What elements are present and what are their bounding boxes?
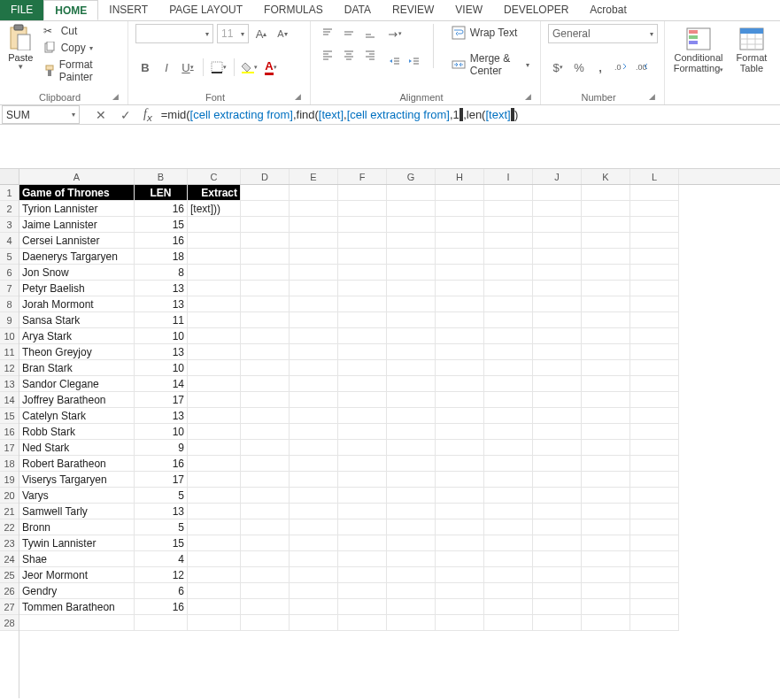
cell[interactable] [290, 599, 338, 615]
cell[interactable] [436, 488, 484, 504]
column-header-H[interactable]: H [436, 169, 484, 184]
row-header[interactable]: 1 [0, 185, 19, 201]
cell[interactable] [484, 615, 533, 631]
cell[interactable] [387, 408, 436, 424]
cell[interactable] [630, 201, 679, 217]
cell[interactable] [241, 488, 290, 504]
cell[interactable] [241, 392, 290, 408]
row-header[interactable]: 10 [0, 328, 19, 344]
cell[interactable] [290, 488, 338, 504]
cell[interactable] [338, 201, 387, 217]
cell[interactable] [484, 185, 533, 201]
cell[interactable] [582, 281, 630, 296]
cell[interactable] [241, 281, 290, 296]
cell[interactable] [630, 551, 679, 567]
cell[interactable] [290, 281, 338, 296]
cell[interactable] [188, 392, 241, 408]
cell[interactable] [484, 281, 533, 296]
cell[interactable] [630, 185, 679, 201]
cell[interactable] [582, 233, 630, 249]
cell[interactable] [582, 249, 630, 265]
cell[interactable] [188, 599, 241, 615]
cell[interactable] [387, 535, 436, 551]
cell[interactable] [533, 265, 582, 281]
decrease-decimal-button[interactable]: .00 [633, 58, 653, 77]
cell[interactable] [387, 376, 436, 392]
cell[interactable] [387, 344, 436, 360]
column-header-G[interactable]: G [387, 169, 436, 184]
cell[interactable] [188, 472, 241, 488]
cell[interactable] [484, 551, 533, 567]
row-header[interactable]: 20 [0, 488, 19, 504]
cell[interactable]: Shae [19, 551, 135, 567]
cell[interactable] [241, 583, 290, 599]
cell[interactable] [630, 567, 679, 583]
cell[interactable] [484, 201, 533, 217]
cell[interactable] [630, 504, 679, 519]
row-header[interactable]: 15 [0, 408, 19, 424]
cell[interactable] [188, 567, 241, 583]
cell[interactable] [338, 599, 387, 615]
cell[interactable] [387, 296, 436, 312]
cell[interactable] [582, 504, 630, 519]
cell[interactable] [436, 201, 484, 217]
cell[interactable] [582, 456, 630, 472]
column-header-K[interactable]: K [582, 169, 630, 184]
cell[interactable]: 17 [135, 392, 188, 408]
cell[interactable]: 10 [135, 360, 188, 376]
cell[interactable] [338, 233, 387, 249]
cell[interactable] [338, 408, 387, 424]
column-header-B[interactable]: B [135, 169, 188, 184]
cell[interactable] [582, 360, 630, 376]
cell[interactable] [484, 456, 533, 472]
cell[interactable] [533, 296, 582, 312]
cell[interactable] [241, 599, 290, 615]
cell[interactable] [484, 392, 533, 408]
tab-page-layout[interactable]: PAGE LAYOUT [158, 0, 253, 20]
percent-button[interactable]: % [569, 58, 589, 77]
cell[interactable] [241, 535, 290, 551]
cell[interactable] [533, 217, 582, 233]
cell[interactable] [338, 488, 387, 504]
cell[interactable] [533, 281, 582, 296]
cell[interactable] [484, 567, 533, 583]
tab-acrobat[interactable]: Acrobat [579, 0, 637, 20]
currency-button[interactable]: $▾ [548, 58, 568, 77]
borders-button[interactable]: ▾ [209, 58, 228, 77]
cell[interactable] [533, 519, 582, 535]
cell[interactable]: Tommen Baratheon [19, 599, 135, 615]
cell[interactable] [290, 456, 338, 472]
row-header[interactable]: 7 [0, 281, 19, 296]
cell[interactable]: Viserys Targaryen [19, 472, 135, 488]
cell[interactable] [188, 344, 241, 360]
row-header[interactable]: 3 [0, 217, 19, 233]
cell[interactable] [387, 265, 436, 281]
cell[interactable] [290, 519, 338, 535]
decrease-font-button[interactable]: A▾ [274, 24, 291, 43]
enter-formula-button[interactable]: ✓ [113, 108, 138, 122]
cell[interactable]: Jaime Lannister [19, 217, 135, 233]
align-bottom-button[interactable] [360, 24, 380, 43]
cell[interactable] [241, 217, 290, 233]
cell[interactable]: [text])) [188, 201, 241, 217]
cell[interactable] [582, 551, 630, 567]
cell[interactable] [290, 567, 338, 583]
cell[interactable] [484, 472, 533, 488]
cell[interactable] [436, 392, 484, 408]
cell[interactable] [241, 312, 290, 328]
cell[interactable] [338, 424, 387, 440]
cell[interactable] [436, 217, 484, 233]
row-header[interactable]: 25 [0, 567, 19, 583]
cell[interactable] [290, 328, 338, 344]
cell[interactable] [630, 472, 679, 488]
cancel-formula-button[interactable]: ✕ [89, 108, 113, 122]
cell[interactable] [533, 440, 582, 456]
cell[interactable] [533, 567, 582, 583]
cell[interactable] [436, 265, 484, 281]
cell[interactable] [582, 599, 630, 615]
cell[interactable] [338, 281, 387, 296]
cell[interactable]: Jon Snow [19, 265, 135, 281]
column-header-A[interactable]: A [19, 169, 135, 184]
tab-insert[interactable]: INSERT [98, 0, 158, 20]
cell[interactable] [290, 392, 338, 408]
